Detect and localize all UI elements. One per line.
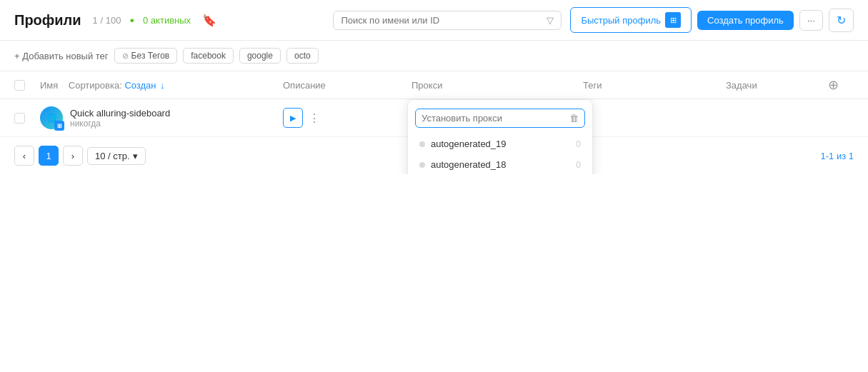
add-tag-button[interactable]: + Добавить новый тег <box>14 51 109 61</box>
active-count: 0 активных <box>143 15 191 26</box>
bullet-icon: ● <box>129 16 134 24</box>
avatar-badge <box>54 121 64 131</box>
next-page-button[interactable]: › <box>63 146 83 166</box>
refresh-button[interactable]: ↻ <box>829 9 854 32</box>
select-all-checkbox[interactable] <box>14 80 25 91</box>
row-actions: ▶ ⋮ <box>283 108 411 128</box>
pagination-info: 1-1 из 1 <box>821 151 854 161</box>
proxy-dot-icon <box>419 141 425 147</box>
proxy-clear-button[interactable]: 🗑 <box>569 113 579 124</box>
proxy-search-input[interactable] <box>421 113 565 124</box>
proxy-dot-icon <box>419 162 425 168</box>
tags-bar: + Добавить новый тег ⊘ Без Тегов faceboo… <box>0 41 868 71</box>
tag-octo[interactable]: octo <box>286 48 319 64</box>
create-profile-button[interactable]: Создать профиль <box>697 11 794 30</box>
proxy-item-0[interactable]: autogenerated_19 0 <box>408 134 592 154</box>
col-description: Описание <box>283 80 411 91</box>
top-bar: Профили 1 / 100 ● 0 активных 🔖 ▽ Быстрый… <box>0 0 868 41</box>
page-title: Профили <box>14 12 81 29</box>
quick-profile-button[interactable]: Быстрый профиль ⊞ <box>570 7 692 33</box>
play-button[interactable]: ▶ <box>283 108 303 128</box>
table-header: Имя Сортировка: Создан ↓ Описание Прокси… <box>0 71 868 99</box>
chevron-down-icon: ▾ <box>133 151 138 161</box>
row-more-button[interactable]: ⋮ <box>309 111 320 125</box>
profile-cell: 🌐 Quick alluring-sideboard никогда <box>40 106 283 129</box>
row-checkbox[interactable] <box>14 113 25 124</box>
col-name: Имя Сортировка: Создан ↓ <box>40 80 283 91</box>
profile-count: 1 / 100 <box>93 15 121 26</box>
search-input[interactable] <box>341 15 541 26</box>
more-options-button[interactable]: ··· <box>799 10 823 31</box>
tag-facebook[interactable]: facebook <box>183 48 234 64</box>
page-size-selector[interactable]: 10 / стр. ▾ <box>87 147 146 165</box>
proxy-item-1[interactable]: autogenerated_18 0 <box>408 154 592 174</box>
tag-google[interactable]: google <box>239 48 281 64</box>
filter-icon[interactable]: ▽ <box>547 15 554 26</box>
grid-icon: ⊞ <box>665 12 681 28</box>
table-row: 🌐 Quick alluring-sideboard никогда ▶ ⋮ 🗑… <box>0 99 868 137</box>
header-actions: Быстрый профиль ⊞ Создать профиль ··· ↻ <box>570 7 854 33</box>
col-add[interactable]: ⊕ <box>828 77 854 93</box>
profile-meta: никогда <box>70 119 170 129</box>
profile-name: Quick alluring-sideboard <box>70 108 170 119</box>
proxy-search-container: 🗑 <box>415 109 585 128</box>
bookmark-icon[interactable]: 🔖 <box>202 14 216 27</box>
proxy-dropdown: 🗑 autogenerated_19 0 autogenerated_18 0 … <box>407 99 593 174</box>
col-tasks: Задачи <box>726 80 828 91</box>
no-tag-icon: ⊘ <box>122 51 129 61</box>
col-tags: Теги <box>583 80 726 91</box>
search-container: ▽ <box>333 11 562 30</box>
prev-page-button[interactable]: ‹ <box>14 146 34 166</box>
tag-no-tags[interactable]: ⊘ Без Тегов <box>114 48 178 64</box>
col-proxy: Прокси <box>411 80 583 91</box>
avatar: 🌐 <box>40 106 63 129</box>
current-page-button[interactable]: 1 <box>39 146 59 166</box>
